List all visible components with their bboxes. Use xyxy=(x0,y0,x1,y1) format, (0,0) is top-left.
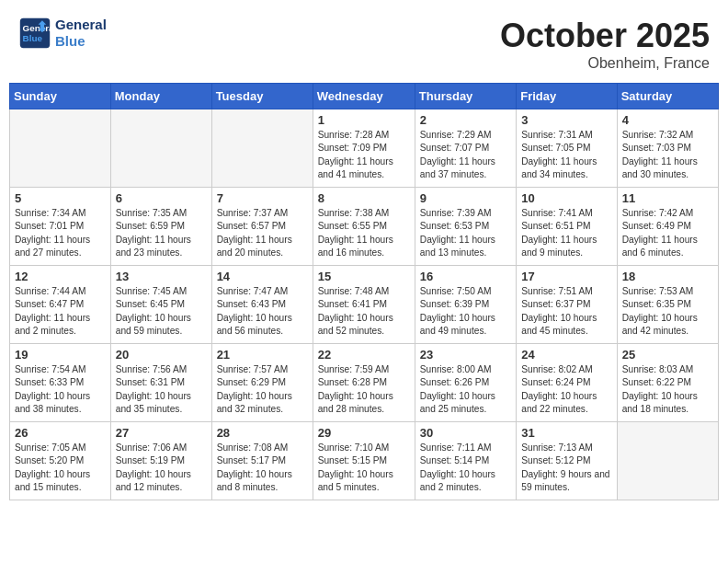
calendar-cell: 20Sunrise: 7:56 AM Sunset: 6:31 PM Dayli… xyxy=(110,344,211,422)
day-info: Sunrise: 7:10 AM Sunset: 5:15 PM Dayligh… xyxy=(318,442,410,494)
day-info: Sunrise: 7:38 AM Sunset: 6:55 PM Dayligh… xyxy=(318,207,410,259)
calendar-cell: 6Sunrise: 7:35 AM Sunset: 6:59 PM Daylig… xyxy=(110,188,211,266)
calendar-cell: 9Sunrise: 7:39 AM Sunset: 6:53 PM Daylig… xyxy=(415,188,516,266)
logo-icon: General Blue xyxy=(18,17,51,50)
calendar-cell: 17Sunrise: 7:51 AM Sunset: 6:37 PM Dayli… xyxy=(517,266,617,344)
calendar-cell: 10Sunrise: 7:41 AM Sunset: 6:51 PM Dayli… xyxy=(517,188,617,266)
calendar-cell: 22Sunrise: 7:59 AM Sunset: 6:28 PM Dayli… xyxy=(313,344,415,422)
calendar-cell: 31Sunrise: 7:13 AM Sunset: 5:12 PM Dayli… xyxy=(517,422,617,500)
day-number: 25 xyxy=(622,348,713,362)
week-row-2: 5Sunrise: 7:34 AM Sunset: 7:01 PM Daylig… xyxy=(10,188,719,266)
calendar-cell xyxy=(211,109,313,188)
calendar-cell: 25Sunrise: 8:03 AM Sunset: 6:22 PM Dayli… xyxy=(617,344,718,422)
calendar-cell: 27Sunrise: 7:06 AM Sunset: 5:19 PM Dayli… xyxy=(110,422,211,500)
calendar-cell: 30Sunrise: 7:11 AM Sunset: 5:14 PM Dayli… xyxy=(415,422,516,500)
day-info: Sunrise: 7:32 AM Sunset: 7:03 PM Dayligh… xyxy=(622,129,713,181)
day-number: 20 xyxy=(116,348,207,362)
day-info: Sunrise: 7:34 AM Sunset: 7:01 PM Dayligh… xyxy=(15,207,106,259)
day-info: Sunrise: 7:54 AM Sunset: 6:33 PM Dayligh… xyxy=(15,363,106,416)
day-number: 30 xyxy=(420,426,511,440)
day-info: Sunrise: 7:29 AM Sunset: 7:07 PM Dayligh… xyxy=(420,129,511,181)
calendar-cell: 15Sunrise: 7:48 AM Sunset: 6:41 PM Dayli… xyxy=(313,266,415,344)
day-info: Sunrise: 7:53 AM Sunset: 6:35 PM Dayligh… xyxy=(622,285,713,338)
day-number: 5 xyxy=(15,191,106,205)
day-info: Sunrise: 7:47 AM Sunset: 6:43 PM Dayligh… xyxy=(217,285,308,338)
calendar-cell: 28Sunrise: 7:08 AM Sunset: 5:17 PM Dayli… xyxy=(211,422,313,500)
weekday-header-friday: Friday xyxy=(517,84,617,109)
location-title: Obenheim, France xyxy=(500,55,710,72)
month-title: October 2025 xyxy=(500,17,710,55)
day-number: 29 xyxy=(318,426,410,440)
day-number: 6 xyxy=(116,191,207,205)
day-info: Sunrise: 7:05 AM Sunset: 5:20 PM Dayligh… xyxy=(15,442,106,494)
calendar-cell: 2Sunrise: 7:29 AM Sunset: 7:07 PM Daylig… xyxy=(415,109,516,188)
day-number: 10 xyxy=(521,191,611,205)
day-info: Sunrise: 7:56 AM Sunset: 6:31 PM Dayligh… xyxy=(116,363,207,416)
day-number: 17 xyxy=(521,270,611,283)
day-number: 11 xyxy=(622,191,713,205)
day-number: 1 xyxy=(318,113,410,127)
logo: General Blue General Blue xyxy=(18,17,107,50)
day-info: Sunrise: 7:13 AM Sunset: 5:12 PM Dayligh… xyxy=(521,442,611,494)
logo-blue: Blue xyxy=(55,33,107,50)
day-info: Sunrise: 7:39 AM Sunset: 6:53 PM Dayligh… xyxy=(420,207,511,259)
day-number: 14 xyxy=(217,270,308,283)
calendar-table: SundayMondayTuesdayWednesdayThursdayFrid… xyxy=(9,83,719,500)
day-info: Sunrise: 8:00 AM Sunset: 6:26 PM Dayligh… xyxy=(420,363,511,416)
calendar-cell: 23Sunrise: 8:00 AM Sunset: 6:26 PM Dayli… xyxy=(415,344,516,422)
day-number: 2 xyxy=(420,113,511,127)
calendar-cell: 7Sunrise: 7:37 AM Sunset: 6:57 PM Daylig… xyxy=(211,188,313,266)
day-number: 16 xyxy=(420,270,511,283)
day-info: Sunrise: 7:44 AM Sunset: 6:47 PM Dayligh… xyxy=(15,285,106,338)
calendar-cell: 3Sunrise: 7:31 AM Sunset: 7:05 PM Daylig… xyxy=(517,109,617,188)
day-number: 31 xyxy=(521,426,611,440)
weekday-header-row: SundayMondayTuesdayWednesdayThursdayFrid… xyxy=(10,84,719,109)
calendar-cell: 29Sunrise: 7:10 AM Sunset: 5:15 PM Dayli… xyxy=(313,422,415,500)
weekday-header-saturday: Saturday xyxy=(617,84,718,109)
weekday-header-sunday: Sunday xyxy=(10,84,111,109)
day-number: 23 xyxy=(420,348,511,362)
title-area: October 2025 Obenheim, France xyxy=(500,17,710,72)
day-number: 21 xyxy=(217,348,308,362)
weekday-header-monday: Monday xyxy=(110,84,211,109)
week-row-3: 12Sunrise: 7:44 AM Sunset: 6:47 PM Dayli… xyxy=(10,266,719,344)
calendar-cell: 19Sunrise: 7:54 AM Sunset: 6:33 PM Dayli… xyxy=(10,344,111,422)
day-info: Sunrise: 7:35 AM Sunset: 6:59 PM Dayligh… xyxy=(116,207,207,259)
calendar-cell: 8Sunrise: 7:38 AM Sunset: 6:55 PM Daylig… xyxy=(313,188,415,266)
day-number: 8 xyxy=(318,191,410,205)
day-info: Sunrise: 7:08 AM Sunset: 5:17 PM Dayligh… xyxy=(217,442,308,494)
calendar-cell: 13Sunrise: 7:45 AM Sunset: 6:45 PM Dayli… xyxy=(110,266,211,344)
logo-general: General xyxy=(55,17,107,33)
weekday-header-tuesday: Tuesday xyxy=(211,84,313,109)
weekday-header-thursday: Thursday xyxy=(415,84,516,109)
calendar-cell: 1Sunrise: 7:28 AM Sunset: 7:09 PM Daylig… xyxy=(313,109,415,188)
day-number: 28 xyxy=(217,426,308,440)
day-info: Sunrise: 7:57 AM Sunset: 6:29 PM Dayligh… xyxy=(217,363,308,416)
weekday-header-wednesday: Wednesday xyxy=(313,84,415,109)
day-number: 9 xyxy=(420,191,511,205)
calendar-cell: 14Sunrise: 7:47 AM Sunset: 6:43 PM Dayli… xyxy=(211,266,313,344)
svg-text:Blue: Blue xyxy=(23,33,43,43)
day-info: Sunrise: 7:50 AM Sunset: 6:39 PM Dayligh… xyxy=(420,285,511,338)
calendar-cell: 16Sunrise: 7:50 AM Sunset: 6:39 PM Dayli… xyxy=(415,266,516,344)
week-row-4: 19Sunrise: 7:54 AM Sunset: 6:33 PM Dayli… xyxy=(10,344,719,422)
day-info: Sunrise: 7:48 AM Sunset: 6:41 PM Dayligh… xyxy=(318,285,410,338)
day-info: Sunrise: 7:45 AM Sunset: 6:45 PM Dayligh… xyxy=(116,285,207,338)
day-info: Sunrise: 7:59 AM Sunset: 6:28 PM Dayligh… xyxy=(318,363,410,416)
day-number: 15 xyxy=(318,270,410,283)
day-number: 19 xyxy=(15,348,106,362)
week-row-1: 1Sunrise: 7:28 AM Sunset: 7:09 PM Daylig… xyxy=(10,109,719,188)
header: General Blue General Blue October 2025 O… xyxy=(9,9,719,75)
calendar-cell xyxy=(10,109,111,188)
day-info: Sunrise: 7:06 AM Sunset: 5:19 PM Dayligh… xyxy=(116,442,207,494)
calendar-cell: 11Sunrise: 7:42 AM Sunset: 6:49 PM Dayli… xyxy=(617,188,718,266)
calendar-cell: 4Sunrise: 7:32 AM Sunset: 7:03 PM Daylig… xyxy=(617,109,718,188)
calendar-cell xyxy=(110,109,211,188)
day-info: Sunrise: 7:11 AM Sunset: 5:14 PM Dayligh… xyxy=(420,442,511,494)
day-number: 3 xyxy=(521,113,611,127)
calendar-cell: 21Sunrise: 7:57 AM Sunset: 6:29 PM Dayli… xyxy=(211,344,313,422)
week-row-5: 26Sunrise: 7:05 AM Sunset: 5:20 PM Dayli… xyxy=(10,422,719,500)
day-info: Sunrise: 8:03 AM Sunset: 6:22 PM Dayligh… xyxy=(622,363,713,416)
day-number: 7 xyxy=(217,191,308,205)
calendar-cell: 18Sunrise: 7:53 AM Sunset: 6:35 PM Dayli… xyxy=(617,266,718,344)
